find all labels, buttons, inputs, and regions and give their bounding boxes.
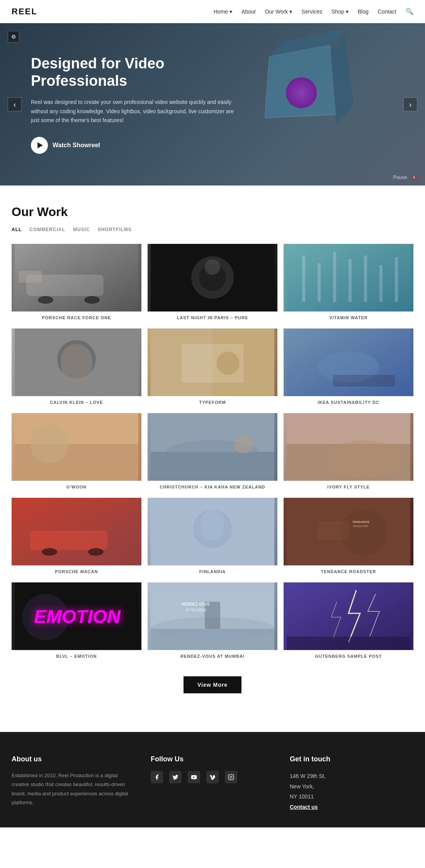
watch-label: Watch Showreel [53,142,100,149]
svg-point-39 [42,548,57,556]
play-icon [31,137,48,154]
main-nav: Home▾ About Our Work▾ Services Shop▾ Blo… [214,8,413,15]
svg-rect-13 [348,259,352,302]
nav-about[interactable]: About [241,9,256,15]
hero-controls: Pause 🔇 [393,174,417,180]
view-more-row: View More [12,661,413,717]
filter-all[interactable]: ALL [12,227,22,232]
portfolio-item-typeform[interactable]: TYPEFORM [148,328,277,407]
footer-contact: Get in touch 146 W 29th St, New York, NY… [290,755,413,812]
portfolio-item-ikea[interactable]: IKEA SUSTAINABILITY DC [284,328,413,407]
nav-our-work[interactable]: Our Work▾ [265,9,292,15]
svg-rect-43 [201,509,224,540]
portfolio-item-christchurch[interactable]: CHRISTCHURCH – KIA KAHA NEW ZEALAND [148,413,277,492]
portfolio-thumb-ivory [284,413,413,481]
portfolio-item-tendance[interactable]: TENDANCE ROADSTER TENDANCE ROADSTER [284,498,413,576]
hero-title: Designed for Video Professionals [31,55,240,90]
portfolio-caption-porsche2: PORSCHE MACAN [12,565,141,576]
svg-rect-19 [61,344,92,383]
footer-address: 146 W 29th St, New York, NY 10011 Contac… [290,771,413,812]
portfolio-item-gutenberg[interactable]: GUTENBERG SAMPLE POST [284,582,413,661]
portfolio-item-paris[interactable]: LAST NIGHT IN PARIS – PURE [148,244,277,322]
svg-rect-38 [30,531,107,550]
view-more-button[interactable]: View More [184,676,241,693]
svg-text:AT MUMBAI: AT MUMBAI [185,608,207,612]
portfolio-caption-mumbai: RENDEZ-VOUS AT MUMBAI [148,650,277,661]
portfolio-caption-emotion: BLVL – EMOTION [12,650,141,661]
portfolio-caption-porsche1: PORSCHE RACE FORCE ONE [12,311,141,322]
svg-rect-16 [395,257,398,302]
portfolio-caption-christchurch: CHRISTCHURCH – KIA KAHA NEW ZEALAND [148,481,277,492]
filter-music[interactable]: MUSIC [73,227,90,232]
footer-about-title: About us [12,755,135,763]
hero-content: Designed for Video Professionals Reel wa… [0,55,270,154]
svg-rect-10 [302,255,305,302]
svg-text:TENDANCE: TENDANCE [352,520,370,524]
svg-point-40 [88,548,104,556]
portfolio-item-gwoon[interactable]: G'WOON [12,413,141,492]
address-line1: 146 W 29th St, [290,771,413,781]
portfolio-thumb-paris [148,244,277,311]
svg-rect-8 [205,259,220,275]
filter-tabs: ALL COMMERCIAL MUSIC SHORTFILMS [12,227,413,232]
youtube-icon[interactable] [188,771,200,783]
portfolio-caption-typeform: TYPEFORM [148,396,277,407]
nav-home[interactable]: Home▾ [214,9,232,15]
portfolio-thumb-typeform [148,328,277,396]
site-logo[interactable]: REEL [12,7,37,17]
watch-showreel-button[interactable]: Watch Showreel [31,137,240,154]
search-icon[interactable]: 🔍 [406,8,413,15]
svg-point-33 [234,434,253,454]
hero-orb [286,77,317,108]
vimeo-icon[interactable] [206,771,219,783]
svg-point-36 [325,440,403,479]
nav-shop[interactable]: Shop▾ [332,9,348,15]
svg-rect-46 [318,521,348,540]
portfolio-grid: PORSCHE RACE FORCE ONE LAST NIGHT IN PAR… [12,244,413,661]
svg-point-3 [84,296,100,304]
pause-label[interactable]: Pause [393,174,407,180]
svg-text:RENDEZ-VOUS: RENDEZ-VOUS [182,602,210,606]
svg-point-23 [216,352,240,375]
portfolio-item-vitamin[interactable]: VITAMIN WATER [284,244,413,322]
portfolio-item-finlandia[interactable]: FINLANDIA [148,498,277,576]
svg-rect-4 [19,271,42,283]
footer-follow: Follow Us [151,755,274,812]
address-line2: New York, [290,781,413,792]
twitter-icon[interactable] [169,771,182,783]
portfolio-item-emotion[interactable]: EMOTION BLVL – EMOTION [12,582,141,661]
portfolio-thumb-christchurch [148,413,277,481]
portfolio-item-ivory[interactable]: IVORY FLY STYLE [284,413,413,492]
portfolio-caption-gwoon: G'WOON [12,481,141,492]
nav-blog[interactable]: Blog [358,9,369,15]
settings-icon[interactable]: ⚙ [8,31,19,43]
contact-us-link[interactable]: Contact us [290,804,318,810]
portfolio-item-porsche2[interactable]: PORSCHE MACAN [12,498,141,576]
nav-services[interactable]: Services [301,9,322,15]
portfolio-thumb-vitamin [284,244,413,311]
portfolio-item-calvin[interactable]: CALVIN KLEIN – LOVE [12,328,141,407]
portfolio-thumb-gutenberg [284,582,413,650]
portfolio-caption-ikea: IKEA SUSTAINABILITY DC [284,396,413,407]
svg-rect-61 [228,774,233,779]
filter-shortfilms[interactable]: SHORTFILMS [98,227,132,232]
site-header: REEL Home▾ About Our Work▾ Services Shop… [0,0,425,23]
nav-contact[interactable]: Contact [378,9,396,15]
svg-rect-14 [364,255,367,302]
mute-icon[interactable]: 🔇 [411,174,417,180]
portfolio-caption-calvin: CALVIN KLEIN – LOVE [12,396,141,407]
portfolio-thumb-calvin [12,328,141,396]
social-icons-row [151,771,274,783]
portfolio-item-porsche1[interactable]: PORSCHE RACE FORCE ONE [12,244,141,322]
svg-text:ROADSTER: ROADSTER [353,525,368,528]
hero-next-button[interactable]: › [403,97,417,111]
portfolio-thumb-mumbai: RENDEZ-VOUS AT MUMBAI [148,582,277,650]
filter-commercial[interactable]: COMMERCIAL [29,227,65,232]
portfolio-thumb-gwoon [12,413,141,481]
instagram-icon[interactable] [225,771,237,783]
facebook-icon[interactable] [151,771,163,783]
portfolio-item-mumbai[interactable]: RENDEZ-VOUS AT MUMBAI RENDEZ-VOUS AT MUM… [148,582,277,661]
portfolio-thumb-porsche2 [12,498,141,565]
footer-contact-title: Get in touch [290,755,413,763]
svg-text:EMOTION: EMOTION [34,606,121,627]
